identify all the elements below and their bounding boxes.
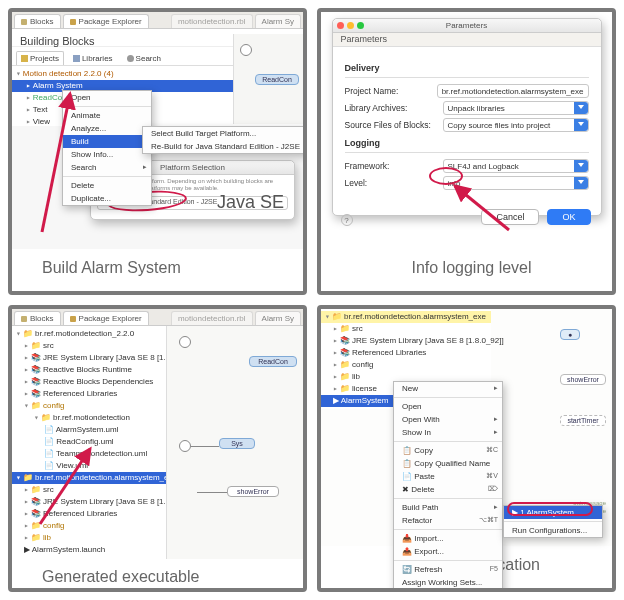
tree-item[interactable]: ▸📚 JRE System Library [Java SE 8 [1.8.0_… — [12, 496, 166, 508]
submenu-alarm-system[interactable]: ▶ 1 AlarmSystem — [504, 506, 602, 519]
view-tab-package-explorer[interactable]: Package Explorer — [63, 14, 149, 28]
diagram-node-starttimer: startTimer — [560, 415, 606, 426]
subtab-projects[interactable]: Projects — [16, 51, 64, 65]
diagram-node-sys: Sys — [219, 438, 255, 449]
view-tab-pkg-label: Package Explorer — [79, 17, 142, 26]
menu-delete[interactable]: ✖ Delete⌦ — [394, 483, 502, 496]
submenu-select-platform[interactable]: Select Build Target Platform... — [143, 127, 306, 140]
menu-copy[interactable]: 📋 Copy⌘C — [394, 444, 502, 457]
section-delivery: Delivery — [345, 63, 589, 73]
tree-root[interactable]: ▾📁 br.ref.motiondetection_2.2.0 — [12, 328, 166, 340]
diagram-wire — [197, 492, 227, 493]
tree-item[interactable]: 📄 AlarmSystem.uml — [12, 424, 166, 436]
tree-item[interactable]: ▸📚 Referenced Libraries — [321, 347, 491, 359]
menu-open[interactable]: Open — [63, 91, 151, 104]
menu-open[interactable]: Open — [394, 400, 502, 413]
menu-animate[interactable]: Animate — [63, 109, 151, 122]
subtab-search[interactable]: Search — [122, 51, 166, 65]
tree-item[interactable]: ▸📚 Referenced Libraries — [12, 388, 166, 400]
panel-build-alarm-system: Blocks Package Explorer motiondetection.… — [8, 8, 307, 295]
build-submenu: Select Build Target Platform... Re-Build… — [142, 126, 307, 154]
tree-item[interactable]: ▾📁 config — [12, 400, 166, 412]
dialog-title: Parameters — [446, 21, 487, 30]
tree-item[interactable]: ▸📁 src — [321, 323, 491, 335]
select-framework[interactable]: SLF4J and Logback — [443, 159, 589, 173]
ide-view-tabs: Blocks Package Explorer motiondetection.… — [12, 12, 303, 29]
menu-build[interactable]: Build▸ — [63, 135, 151, 148]
tree-item[interactable]: ▸📚 JRE System Library [Java SE 8 [1.8.0_… — [12, 352, 166, 364]
menu-import[interactable]: 📥 Import... — [394, 532, 502, 545]
tree-item[interactable]: 📄 ReadConfig.uml — [12, 436, 166, 448]
tree-item[interactable]: ▶ AlarmSystem.launch — [12, 544, 166, 556]
menu-duplicate[interactable]: Duplicate... — [63, 192, 151, 205]
ok-button[interactable]: OK — [547, 209, 590, 225]
select-level[interactable]: info — [443, 176, 589, 190]
menu-analyze[interactable]: Analyze... — [63, 122, 151, 135]
menu-refresh[interactable]: 🔄 RefreshF5 — [394, 563, 502, 576]
panel-info-logging-level: Parameters Parameters Delivery Project N… — [317, 8, 616, 295]
editor-tab-a[interactable]: motiondetection.rbl — [171, 14, 253, 28]
ide-view-tabs: Blocks Package Explorer motiondetection.… — [12, 309, 303, 326]
view-tab-package-explorer[interactable]: Package Explorer — [63, 311, 149, 325]
tree-item[interactable]: ▸📚 JRE System Library [Java SE 8 [1.8.0_… — [321, 335, 491, 347]
cancel-button[interactable]: Cancel — [481, 209, 539, 225]
subtab-libraries[interactable]: Libraries — [68, 51, 118, 65]
select-library-archives[interactable]: Unpack libraries — [443, 101, 589, 115]
menu-build-path[interactable]: Build Path▸ — [394, 501, 502, 514]
dialog-subheader: Parameters — [333, 33, 601, 47]
java-se-label: Java SE — [217, 192, 284, 213]
submenu-rebuild-j2se[interactable]: Re-Build for Java Standard Edition - J2S… — [143, 140, 306, 153]
diagram-node-showerror: showError — [560, 374, 606, 385]
menu-show-info[interactable]: Show Info... — [63, 148, 151, 161]
context-menu: New▸ Open Open With▸ Show In▸ 📋 Copy⌘C 📋… — [393, 381, 503, 592]
tree-item[interactable]: ▸📚 Referenced Libraries — [12, 508, 166, 520]
label-library-archives: Library Archives: — [345, 103, 437, 113]
tree-item[interactable]: 📄 View.uml — [12, 460, 166, 472]
dialog-title: Platform Selection — [160, 163, 225, 172]
run-as-submenu: ▶ 1 AlarmSystem Run Configurations... — [503, 505, 603, 538]
menu-refactor[interactable]: Refactor⌥⌘T — [394, 514, 502, 527]
parameters-dialog: Parameters Parameters Delivery Project N… — [332, 18, 602, 216]
tree-root[interactable]: ▾📁 br.ref.motiondetection.alarmsystem_ex… — [321, 311, 491, 323]
menu-export[interactable]: 📤 Export... — [394, 545, 502, 558]
menu-delete[interactable]: Delete — [63, 179, 151, 192]
view-tab-blocks-label: Blocks — [30, 17, 54, 26]
tree-item[interactable]: 📄 Teammotiondetection.uml — [12, 448, 166, 460]
diagram-node: ● — [560, 329, 580, 340]
menu-new[interactable]: New▸ — [394, 382, 502, 395]
tree-item[interactable]: ▸📁 config — [12, 520, 166, 532]
menu-search[interactable]: Search▸ — [63, 161, 151, 174]
tree-item[interactable]: ▸📁 config — [321, 359, 491, 371]
input-project-name[interactable]: br.ref.motiondetection.alarmsystem_exe — [437, 84, 589, 98]
select-source-files[interactable]: Copy source files into project — [443, 118, 589, 132]
label-source-files: Source Files of Blocks: — [345, 120, 437, 130]
menu-assign-ws[interactable]: Assign Working Sets... — [394, 576, 502, 589]
tree-item[interactable]: ▸📁 src — [12, 484, 166, 496]
menu-show-in[interactable]: Show In▸ — [394, 426, 502, 439]
editor-tab-a[interactable]: motiondetection.rbl — [171, 311, 253, 325]
menu-open-with[interactable]: Open With▸ — [394, 413, 502, 426]
diagram-node — [240, 44, 252, 56]
submenu-run-configs[interactable]: Run Configurations... — [504, 524, 602, 537]
editor-tab-b[interactable]: Alarm Sy — [255, 311, 301, 325]
panel-caption: Info logging level — [321, 249, 612, 291]
panel-caption: Build Alarm System — [12, 249, 303, 291]
diagram-node-readcon: ReadCon — [255, 74, 299, 85]
panel-run-application: ▾📁 br.ref.motiondetection.alarmsystem_ex… — [317, 305, 616, 592]
tree-item-exe-root[interactable]: ▾📁 br.ref.motiondetection.alarmsystem_ex… — [12, 472, 166, 484]
label-project-name: Project Name: — [345, 86, 431, 96]
tree-item[interactable]: ▸📁 lib — [12, 532, 166, 544]
label-framework: Framework: — [345, 161, 437, 171]
view-tab-blocks[interactable]: Blocks — [14, 311, 61, 325]
context-menu: Open Animate Analyze... Build▸ Show Info… — [62, 90, 152, 206]
tree-item[interactable]: ▸📚 Reactive Blocks Dependencies — [12, 376, 166, 388]
help-icon[interactable]: ? — [341, 214, 353, 226]
tree-item[interactable]: ▾📁 br.ref.motiondetection — [12, 412, 166, 424]
view-tab-blocks[interactable]: Blocks — [14, 14, 61, 28]
tree-item[interactable]: ▸📚 Reactive Blocks Runtime — [12, 364, 166, 376]
menu-copy-qualified[interactable]: 📋 Copy Qualified Name — [394, 457, 502, 470]
menu-paste[interactable]: 📄 Paste⌘V — [394, 470, 502, 483]
section-logging: Logging — [345, 138, 589, 148]
editor-tab-b[interactable]: Alarm Sy — [255, 14, 301, 28]
tree-item[interactable]: ▸📁 src — [12, 340, 166, 352]
